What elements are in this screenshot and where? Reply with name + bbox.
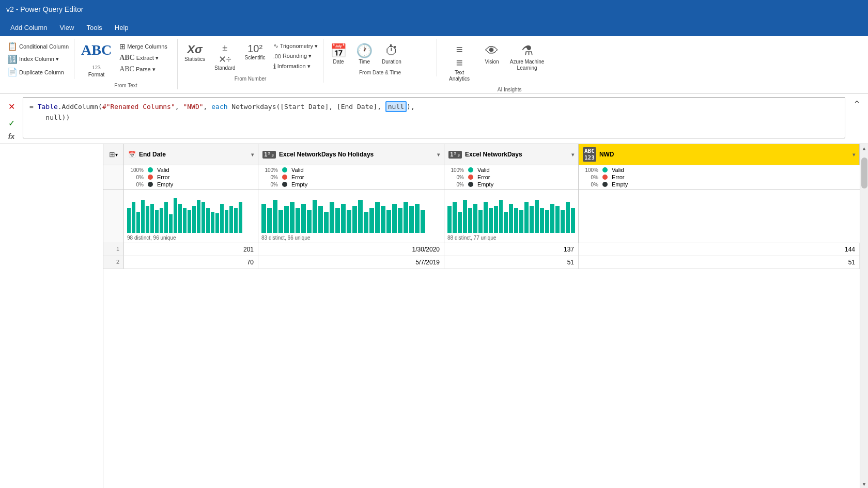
conditional-column-btn[interactable]: 📋 Conditional Column bbox=[5, 40, 71, 52]
duplicate-column-btn[interactable]: 📄 Duplicate Column bbox=[5, 66, 71, 78]
col-header-excel-nwd[interactable]: 1²₃ Excel NetworkDays ▾ bbox=[444, 144, 579, 165]
cell-1-nwd: 144 bbox=[579, 243, 860, 256]
menu-tools[interactable]: Tools bbox=[81, 22, 109, 34]
statistics-btn[interactable]: Xσ Statistics bbox=[181, 40, 209, 65]
cell-2-excel-nwd-nh: 5/7/2019 bbox=[258, 256, 444, 269]
azure-ml-btn[interactable]: ⚗ Azure Machine Learning bbox=[505, 40, 549, 74]
stats-excel-nwd-no-holidays: 100% Valid 0% Error 0% Empty bbox=[258, 165, 444, 189]
cell-1-excel-nwd-nh: 1/30/2020 bbox=[258, 243, 444, 256]
stats-end-date: 100% Valid 0% Error 0% Empty bbox=[124, 165, 258, 189]
cell-2-nwd: 51 bbox=[579, 256, 860, 269]
col-header-excel-nwd-no-holidays[interactable]: 1²₃ Excel NetworkDays No Holidays ▾ bbox=[258, 144, 444, 165]
menu-add-column[interactable]: Add Column bbox=[4, 22, 54, 34]
stats-row: 100% Valid 0% Error 0% Empty bbox=[103, 165, 860, 190]
scientific-btn[interactable]: 10² Scientific bbox=[241, 40, 269, 64]
ribbon-group-from-number: Xσ Statistics ±✕÷ Standard 10² Scientifi… bbox=[178, 39, 323, 83]
from-number-label: From Number bbox=[181, 74, 320, 82]
cell-2-end-date: 70 bbox=[124, 256, 258, 269]
menu-view[interactable]: View bbox=[54, 22, 81, 34]
bar-chart-row: 98 distinct, 96 unique bbox=[103, 190, 860, 243]
row-num-header: ⊞ ▾ bbox=[103, 144, 124, 165]
grid-area: ⊞ ▾ 📅 End Date ▾ 1²₃ Excel NetworkDays N… bbox=[103, 144, 860, 488]
cell-2-excel-nwd: 51 bbox=[444, 256, 579, 269]
distinct-end-date: 98 distinct, 96 unique bbox=[127, 235, 255, 241]
left-panel bbox=[0, 144, 103, 488]
row-num-1: 1 bbox=[103, 243, 124, 256]
menu-bar: Add Column View Tools Help bbox=[0, 19, 868, 36]
vision-btn[interactable]: 👁 Vision bbox=[481, 40, 503, 68]
ribbon: 📋 Conditional Column 🔢 Index Column ▾ 📄 … bbox=[0, 36, 868, 94]
main-area: ⊞ ▾ 📅 End Date ▾ 1²₃ Excel NetworkDays N… bbox=[0, 144, 868, 488]
formula-collapse-btn[interactable]: ⌃ bbox=[849, 97, 864, 112]
formula-fx-label: fx bbox=[5, 132, 18, 140]
menu-help[interactable]: Help bbox=[109, 22, 135, 34]
bars-nwd bbox=[579, 190, 860, 243]
time-btn[interactable]: 🕐 Time bbox=[352, 40, 376, 68]
scroll-thumb[interactable] bbox=[861, 158, 867, 188]
format-btn[interactable]: ABC123 Format bbox=[78, 40, 115, 81]
app-title: v2 - Power Query Editor bbox=[6, 5, 83, 13]
grid-header: ⊞ ▾ 📅 End Date ▾ 1²₃ Excel NetworkDays N… bbox=[103, 144, 860, 165]
trigonometry-btn[interactable]: ∿ Trigonometry ▾ bbox=[271, 41, 320, 51]
parse-btn[interactable]: ABC Parse ▾ bbox=[117, 64, 169, 74]
distinct-excel-nwd-no-holidays: 83 distinct, 66 unique bbox=[261, 235, 441, 241]
bars-excel-nwd: 88 distinct, 77 unique bbox=[444, 190, 579, 243]
index-column-btn[interactable]: 🔢 Index Column ▾ bbox=[5, 53, 71, 65]
cell-1-end-date: 201 bbox=[124, 243, 258, 256]
stats-nwd: 100% Valid 0% Error 0% Empty bbox=[579, 165, 860, 189]
from-date-time-label: From Date & Time bbox=[327, 68, 433, 75]
ai-insights-label: AI Insights bbox=[440, 85, 579, 92]
col-header-end-date[interactable]: 📅 End Date ▾ bbox=[124, 144, 258, 165]
vertical-scrollbar[interactable]: ▲ ▼ bbox=[860, 144, 868, 488]
cell-1-excel-nwd: 137 bbox=[444, 243, 579, 256]
extract-btn[interactable]: ABC Extract ▾ bbox=[117, 53, 169, 63]
ribbon-group-general: 📋 Conditional Column 🔢 Index Column ▾ 📄 … bbox=[2, 39, 74, 79]
distinct-excel-nwd: 88 distinct, 77 unique bbox=[447, 235, 575, 241]
ribbon-group-ai-insights: ≡≡ Text Analytics 👁 Vision ⚗ Azure Machi… bbox=[437, 39, 582, 93]
rounding-btn[interactable]: .00 Rounding ▾ bbox=[271, 52, 320, 60]
merge-columns-btn[interactable]: ⊞ Merge Columns bbox=[117, 41, 169, 52]
ribbon-group-from-text: ABC123 Format ⊞ Merge Columns ABC Extrac… bbox=[74, 39, 178, 89]
row-num-2: 2 bbox=[103, 256, 124, 269]
col-header-nwd[interactable]: ABC123 NWD ▾ bbox=[579, 144, 860, 165]
ribbon-group-from-date-time: 📅 Date 🕐 Time ⏱ Duration From Date & Tim… bbox=[323, 39, 437, 76]
bars-excel-nwd-no-holidays: 83 distinct, 66 unique bbox=[258, 190, 444, 243]
title-bar: v2 - Power Query Editor bbox=[0, 0, 868, 19]
information-btn[interactable]: ℹ Information ▾ bbox=[271, 61, 320, 71]
formula-bar: ✕ ✓ fx = Table.AddColumn(#"Renamed Colum… bbox=[0, 94, 868, 144]
bars-end-date: 98 distinct, 96 unique bbox=[124, 190, 258, 243]
scroll-down-arrow[interactable]: ▼ bbox=[860, 480, 869, 488]
data-row-2: 2 70 5/7/2019 51 51 bbox=[103, 256, 860, 269]
scroll-up-arrow[interactable]: ▲ bbox=[860, 144, 869, 152]
formula-cancel-btn[interactable]: ✕ bbox=[4, 99, 19, 114]
date-btn[interactable]: 📅 Date bbox=[327, 40, 350, 68]
text-analytics-btn[interactable]: ≡≡ Text Analytics bbox=[440, 40, 478, 85]
formula-editor[interactable]: = Table.AddColumn(#"Renamed Columns", "N… bbox=[23, 97, 845, 138]
duration-btn[interactable]: ⏱ Duration bbox=[378, 40, 405, 68]
stats-excel-nwd: 100% Valid 0% Error 0% Empty bbox=[444, 165, 579, 189]
data-row-1: 1 201 1/30/2020 137 144 bbox=[103, 243, 860, 256]
standard-btn[interactable]: ±✕÷ Standard bbox=[211, 40, 239, 74]
formula-confirm-btn[interactable]: ✓ bbox=[4, 116, 19, 130]
from-text-label: From Text bbox=[78, 81, 174, 88]
